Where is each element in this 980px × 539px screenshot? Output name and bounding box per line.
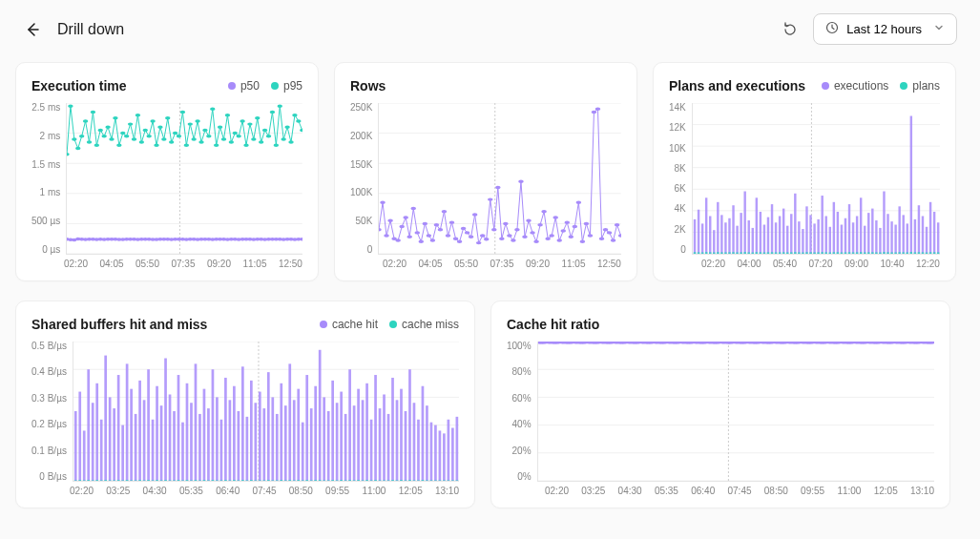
card-rows: Rows 250K200K150K100K50K0 02:2004:0505:5… (334, 62, 637, 281)
svg-rect-289 (724, 252, 726, 254)
chart-plot[interactable] (66, 103, 302, 255)
svg-rect-230 (743, 192, 745, 254)
svg-point-119 (237, 135, 241, 137)
svg-rect-295 (747, 252, 749, 254)
card-execution-time: Execution time p50 p95 2.5 ms2 ms1.5 ms1… (15, 62, 319, 281)
svg-rect-242 (790, 214, 792, 254)
svg-point-196 (576, 201, 582, 204)
svg-rect-399 (276, 414, 279, 481)
back-button[interactable] (23, 20, 42, 39)
svg-rect-330 (883, 252, 885, 254)
svg-rect-357 (95, 384, 98, 481)
svg-rect-323 (856, 252, 858, 254)
svg-point-151 (404, 216, 409, 218)
svg-rect-372 (160, 405, 163, 481)
svg-rect-485 (259, 480, 261, 481)
svg-rect-311 (809, 252, 811, 254)
time-range-select[interactable]: Last 12 hours (813, 13, 957, 45)
svg-point-85 (110, 137, 115, 140)
svg-rect-429 (405, 411, 407, 481)
svg-rect-416 (348, 369, 351, 481)
svg-rect-261 (864, 226, 865, 254)
svg-rect-229 (740, 213, 741, 254)
svg-point-176 (499, 237, 505, 239)
svg-point-121 (244, 144, 249, 147)
svg-rect-373 (164, 359, 167, 481)
svg-point-96 (151, 119, 156, 122)
svg-rect-378 (186, 384, 189, 481)
svg-rect-457 (138, 480, 141, 481)
svg-point-83 (102, 135, 107, 137)
svg-rect-352 (74, 411, 77, 481)
chart-plot[interactable] (692, 103, 940, 255)
svg-rect-320 (844, 252, 846, 254)
svg-rect-234 (759, 212, 761, 254)
svg-rect-498 (314, 480, 317, 481)
svg-point-110 (202, 129, 207, 132)
chart-plot[interactable] (378, 103, 621, 255)
svg-rect-294 (743, 252, 745, 254)
svg-rect-403 (293, 400, 296, 481)
legend-dot-icon (320, 321, 327, 328)
svg-rect-331 (886, 252, 888, 254)
svg-rect-482 (245, 480, 248, 481)
svg-point-172 (484, 238, 490, 240)
svg-rect-507 (353, 480, 356, 481)
chart-plot[interactable] (73, 342, 459, 482)
svg-rect-428 (400, 389, 403, 481)
svg-rect-411 (327, 411, 330, 481)
svg-rect-520 (408, 480, 411, 481)
svg-rect-453 (121, 480, 124, 481)
x-axis: 02:2004:0505:5007:3509:2011:0512:50 (31, 255, 302, 269)
card-plans: Plans and executions executions plans 14… (653, 62, 956, 281)
svg-point-168 (469, 236, 474, 238)
svg-rect-437 (438, 430, 441, 481)
svg-rect-450 (109, 480, 112, 481)
svg-point-160 (438, 228, 444, 231)
svg-point-153 (411, 207, 417, 210)
svg-rect-427 (396, 400, 399, 481)
svg-rect-358 (100, 420, 103, 481)
legend-label: plans (912, 79, 940, 93)
svg-point-145 (381, 201, 386, 204)
chart-body: 100%80%60%40%20%0% (507, 342, 934, 482)
svg-rect-385 (216, 397, 219, 481)
svg-point-87 (116, 144, 121, 147)
svg-point-77 (79, 135, 84, 137)
svg-point-207 (618, 234, 621, 237)
svg-point-193 (565, 220, 571, 223)
svg-rect-398 (271, 397, 274, 481)
svg-rect-277 (926, 227, 928, 254)
svg-rect-405 (302, 423, 304, 481)
refresh-button[interactable] (779, 18, 802, 41)
svg-rect-524 (426, 480, 428, 481)
svg-point-125 (259, 140, 263, 143)
chart-plot[interactable] (537, 342, 934, 482)
svg-rect-316 (828, 253, 830, 254)
svg-rect-407 (310, 408, 313, 481)
svg-point-157 (427, 234, 432, 237)
svg-rect-264 (875, 220, 877, 254)
svg-rect-321 (848, 252, 850, 254)
y-axis: 0.5 B/µs0.4 B/µs0.3 B/µs0.2 B/µs0.1 B/µs… (31, 342, 73, 482)
svg-rect-265 (879, 228, 881, 254)
svg-point-199 (588, 234, 594, 237)
svg-rect-447 (95, 480, 98, 481)
refresh-icon (782, 22, 798, 37)
svg-rect-478 (228, 480, 231, 481)
svg-rect-262 (867, 213, 869, 254)
svg-point-167 (465, 231, 470, 234)
legend-label: executions (834, 79, 888, 93)
svg-rect-291 (732, 252, 734, 254)
svg-rect-297 (755, 252, 757, 254)
y-axis: 100%80%60%40%20%0% (507, 342, 537, 482)
svg-point-186 (538, 223, 544, 226)
svg-rect-290 (728, 252, 730, 254)
svg-rect-368 (143, 400, 146, 481)
svg-rect-237 (771, 204, 773, 254)
svg-rect-223 (717, 202, 719, 254)
svg-rect-268 (890, 221, 892, 254)
svg-rect-319 (841, 253, 843, 254)
svg-point-86 (113, 116, 117, 119)
svg-rect-509 (362, 480, 365, 481)
